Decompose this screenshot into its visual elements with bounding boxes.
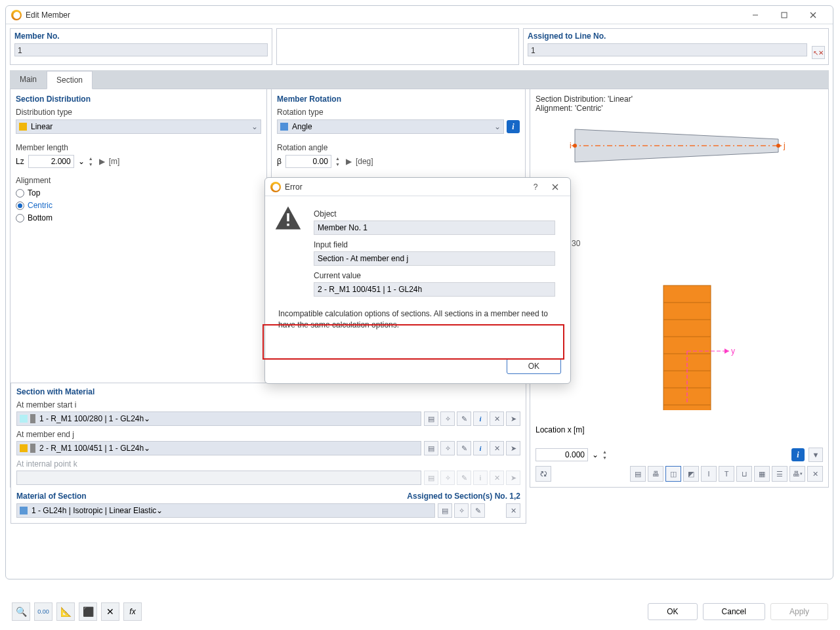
info-icon[interactable]: i [473,411,488,426]
help-icon[interactable]: 🔍 [12,602,30,621]
loads-icon[interactable]: ⬛ [79,602,97,621]
info-icon: i [473,471,488,485]
svg-text:i: i [570,141,572,150]
member-elevation-preview: i j [536,126,791,165]
spinner-buttons[interactable]: ▲▼ [89,155,95,168]
svg-marker-20 [724,348,729,354]
main-titlebar: ⬤ Edit Member [6,6,833,24]
refresh-icon[interactable]: 🗘 [536,466,551,482]
section-end-dropdown[interactable]: 2 - R_M1 100/451 | 1 - GL24h ⌄ [16,441,421,455]
library-icon: ▤ [424,471,438,485]
view-xy-icon[interactable]: ◫ [665,466,681,482]
edit-icon[interactable]: ✎ [471,503,485,518]
spinner-buttons[interactable]: ▲▼ [602,448,609,461]
location-x-label: Location x [m] [536,425,585,434]
tab-main[interactable]: Main [10,70,47,89]
chevron-down-icon: ⌄ [251,122,258,131]
pick-line-button[interactable]: ↖✕ [812,46,825,59]
error-ok-button[interactable]: OK [507,358,561,374]
units-icon[interactable]: 0.00 [34,602,52,621]
print-icon[interactable]: 🖶 [648,466,663,482]
section-end-value: 2 - R_M1 100/451 | 1 - GL24h [39,444,144,453]
delete-icon: ✕ [490,471,504,485]
chevron-down-icon[interactable]: ⌄ [78,157,85,166]
zoom-reset-icon[interactable]: ✕ [807,466,823,482]
tab-bar: Main Section [10,70,829,89]
material-dropdown[interactable]: 1 - GL24h | Isotropic | Linear Elastic ⌄ [16,503,435,518]
coords-icon[interactable]: 📐 [56,602,75,621]
delete-icon[interactable]: ✕ [490,411,504,426]
filter-icon[interactable]: ▼ [808,448,823,462]
member-length-input[interactable] [28,155,74,168]
info-button[interactable]: i [507,120,520,133]
delete-icon[interactable]: ✕ [490,441,504,455]
dist-type-dropdown[interactable]: Linear ⌄ [16,119,261,134]
dist-type-value: Linear [31,122,52,131]
rotation-swatch-icon [280,123,288,131]
library-icon[interactable]: ▤ [424,411,438,426]
info-icon[interactable]: i [473,441,488,455]
svg-rect-27 [287,224,289,226]
preview-line-2: Alignment: 'Centric' [536,104,823,113]
edit-icon[interactable]: ✎ [457,441,471,455]
error-object-label: Object [314,209,561,219]
section-u-icon[interactable]: ⊔ [736,466,752,482]
preview-panel: Section Distribution: 'Linear' Alignment… [530,89,829,488]
apply-button[interactable]: Apply [770,603,828,620]
chevron-down-icon[interactable]: ⌄ [592,450,598,459]
section-with-material-title: Section with Material [16,387,520,396]
minimize-button[interactable] [741,6,770,24]
app-icon: ⬤ [11,10,22,20]
delete-icon[interactable]: ✕ [506,503,520,518]
tab-section[interactable]: Section [47,71,93,89]
library-icon[interactable]: ▤ [424,441,438,455]
layer-icon[interactable]: ▤ [630,466,646,482]
pick-icon[interactable]: ➤ [506,441,520,455]
close-button[interactable] [545,178,565,196]
edit-icon[interactable]: ✎ [457,411,471,426]
cancel-button[interactable]: Cancel [703,603,765,620]
maximize-button[interactable] [770,6,799,24]
pick-icon[interactable]: ➤ [506,411,520,426]
section-t-icon[interactable]: T [719,466,734,482]
new-icon[interactable]: ✧ [440,411,455,426]
rotation-type-dropdown[interactable]: Angle ⌄ [277,119,504,134]
clear-icon[interactable]: ✕ [101,602,119,621]
print-dropdown-icon[interactable]: 🖶▾ [789,466,805,482]
alignment-bottom-radio[interactable]: Bottom [16,213,261,222]
section-start-dropdown[interactable]: 1 - R_M1 100/280 | 1 - GL24h ⌄ [16,411,421,426]
new-icon[interactable]: ✧ [454,503,469,518]
info-button[interactable]: i [791,448,805,461]
close-button[interactable] [799,6,828,24]
section-i-icon[interactable]: I [701,466,717,482]
formula-icon[interactable]: fx [123,602,142,621]
material-value: 1 - GL24h | Isotropic | Linear Elastic [32,506,156,515]
spinner-buttons[interactable]: ▲▼ [335,155,342,168]
help-button[interactable]: ? [526,178,545,196]
alignment-top-radio[interactable]: Top [16,188,261,198]
chevron-down-icon: ⌄ [144,414,150,423]
cross-section-preview: 30 y [536,233,791,410]
svg-text:j: j [783,141,786,150]
assigned-input[interactable]: 1 [528,43,807,56]
grid-icon[interactable]: ▦ [754,466,770,482]
error-title: Error [285,182,303,192]
new-icon[interactable]: ✧ [440,441,455,455]
error-field-value: Section - At member end j [314,251,555,266]
svg-rect-11 [663,285,711,410]
view-xz-icon[interactable]: ◩ [683,466,699,482]
top-mid-panel [276,28,519,65]
location-x-input[interactable] [536,448,588,461]
member-no-input[interactable]: 1 [14,43,268,56]
rotation-angle-input[interactable] [285,155,331,168]
ok-button[interactable]: OK [648,603,697,620]
alignment-centric-radio[interactable]: Centric [16,201,261,210]
material-swatch-icon [20,507,28,514]
assigned-to-sections-label: Assigned to Section(s) No. 1,2 [407,492,520,501]
preview-line-1: Section Distribution: 'Linear' [536,94,823,104]
rotation-type-value: Angle [292,122,312,131]
list-icon[interactable]: ☰ [772,466,788,482]
library-icon[interactable]: ▤ [438,503,452,518]
chevron-down-icon: ⌄ [156,506,163,515]
edit-icon: ✎ [457,471,471,485]
